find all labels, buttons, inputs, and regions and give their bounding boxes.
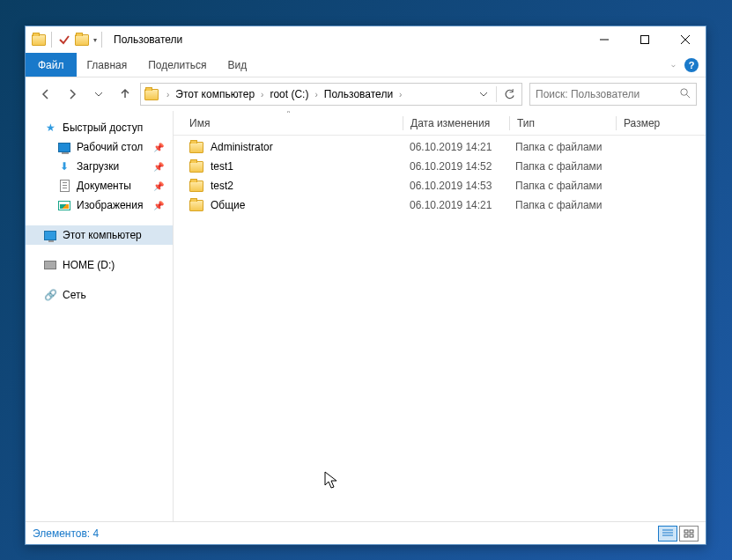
quick-access-toolbar: ▾ Пользователи	[26, 32, 182, 48]
app-folder-icon	[31, 32, 47, 48]
desktop-icon	[57, 140, 71, 154]
svg-point-4	[681, 89, 687, 95]
list-body: Administrator06.10.2019 14:21Папка с фай…	[174, 136, 706, 521]
svg-line-5	[686, 94, 690, 98]
file-name: Administrator	[211, 141, 273, 153]
explorer-window: ▾ Пользователи Файл Главная Поделиться В…	[25, 26, 706, 545]
downloads-icon: ⬇	[57, 159, 71, 173]
file-date: 06.10.2019 14:21	[403, 199, 508, 211]
back-button[interactable]	[34, 83, 57, 106]
title-bar: ▾ Пользователи	[26, 26, 706, 53]
sidebar-item-images[interactable]: Изображения 📌	[26, 195, 173, 215]
sidebar-item-this-pc[interactable]: Этот компьютер	[26, 225, 173, 245]
pc-icon	[43, 228, 57, 242]
navigation-pane: ★ Быстрый доступ Рабочий стол 📌 ⬇ Загруз…	[26, 111, 174, 521]
file-list: ˄ Имя Дата изменения Тип Размер Administ…	[174, 111, 706, 521]
chevron-right-icon[interactable]: ›	[396, 90, 404, 99]
star-icon: ★	[43, 121, 57, 135]
sidebar-item-network[interactable]: 🔗 Сеть	[26, 285, 173, 305]
tab-view[interactable]: Вид	[217, 53, 257, 77]
separator	[101, 32, 102, 48]
sidebar-item-drive[interactable]: HOME (D:)	[26, 255, 173, 275]
file-tab[interactable]: Файл	[26, 53, 77, 77]
file-row[interactable]: Administrator06.10.2019 14:21Папка с фай…	[174, 137, 706, 157]
file-type: Папка с файлами	[508, 141, 614, 153]
pictures-icon	[57, 198, 71, 212]
column-header-name[interactable]: Имя	[182, 111, 403, 135]
forward-button[interactable]	[61, 83, 84, 106]
file-row[interactable]: test106.10.2019 14:52Папка с файлами	[174, 157, 706, 176]
network-icon: 🔗	[43, 288, 57, 302]
pin-icon: 📌	[153, 162, 164, 172]
pin-icon: 📌	[153, 201, 164, 210]
up-button[interactable]	[114, 83, 137, 106]
help-icon[interactable]: ?	[684, 58, 699, 72]
maximize-button[interactable]	[625, 26, 665, 53]
new-folder-icon[interactable]	[74, 32, 90, 48]
column-header-size[interactable]: Размер	[617, 111, 706, 135]
svg-rect-10	[690, 530, 693, 533]
ribbon-expand-icon[interactable]: ⌵	[671, 61, 676, 69]
file-name: test1	[211, 160, 233, 173]
sort-indicator-icon: ˄	[286, 111, 291, 119]
file-date: 06.10.2019 14:53	[403, 180, 508, 192]
close-button[interactable]	[665, 26, 706, 53]
address-dropdown-icon[interactable]	[473, 84, 494, 105]
breadcrumb-segment[interactable]: Пользователи	[321, 84, 396, 105]
file-type: Папка с файлами	[508, 199, 614, 211]
chevron-right-icon[interactable]: ›	[258, 90, 266, 99]
list-header: ˄ Имя Дата изменения Тип Размер	[174, 111, 706, 136]
window-controls	[584, 26, 706, 53]
column-header-type[interactable]: Тип	[510, 111, 616, 135]
column-header-date[interactable]: Дата изменения	[403, 111, 509, 135]
refresh-button[interactable]	[499, 84, 520, 105]
sidebar-quick-access[interactable]: ★ Быстрый доступ	[26, 118, 173, 137]
separator	[496, 86, 497, 102]
documents-icon	[57, 179, 71, 193]
address-bar[interactable]: › Этот компьютер › root (C:) › Пользоват…	[140, 83, 522, 106]
minimize-button[interactable]	[584, 26, 625, 53]
file-type: Папка с файлами	[508, 180, 614, 192]
separator	[51, 32, 52, 48]
search-icon[interactable]	[679, 87, 691, 101]
folder-icon	[189, 161, 203, 173]
file-type: Папка с файлами	[508, 160, 614, 173]
status-bar: Элементов: 4	[26, 521, 706, 544]
search-input[interactable]	[536, 88, 679, 100]
svg-rect-1	[641, 36, 649, 44]
search-box[interactable]	[529, 83, 697, 106]
content-area: ★ Быстрый доступ Рабочий стол 📌 ⬇ Загруз…	[26, 111, 706, 521]
address-folder-icon	[144, 89, 159, 100]
pin-icon: 📌	[153, 143, 164, 152]
sidebar-item-documents[interactable]: Документы 📌	[26, 176, 173, 195]
file-date: 06.10.2019 14:21	[403, 141, 508, 153]
file-name: test2	[211, 180, 233, 192]
sidebar-item-desktop[interactable]: Рабочий стол 📌	[26, 137, 173, 157]
file-row[interactable]: test206.10.2019 14:53Папка с файлами	[174, 176, 706, 195]
breadcrumb-segment[interactable]: root (C:)	[266, 84, 312, 105]
window-title: Пользователи	[114, 33, 182, 46]
view-large-icons-button[interactable]	[679, 526, 699, 542]
nav-row: › Этот компьютер › root (C:) › Пользоват…	[26, 77, 706, 111]
file-name: Общие	[211, 199, 245, 211]
qat-dropdown-icon[interactable]: ▾	[93, 36, 97, 44]
view-details-button[interactable]	[658, 526, 677, 542]
tab-share[interactable]: Поделиться	[137, 53, 217, 77]
folder-icon	[189, 200, 203, 211]
breadcrumb-segment[interactable]: Этот компьютер	[172, 84, 258, 105]
sidebar-item-downloads[interactable]: ⬇ Загрузки 📌	[26, 157, 173, 176]
chevron-right-icon[interactable]: ›	[164, 90, 172, 99]
folder-icon	[189, 142, 203, 153]
svg-rect-12	[690, 534, 693, 537]
drive-icon	[43, 258, 57, 272]
chevron-right-icon[interactable]: ›	[312, 90, 320, 99]
history-dropdown-icon[interactable]	[87, 83, 110, 106]
svg-rect-11	[684, 534, 688, 537]
ribbon: Файл Главная Поделиться Вид ⌵ ?	[26, 53, 706, 77]
tab-home[interactable]: Главная	[77, 53, 138, 77]
file-date: 06.10.2019 14:52	[403, 160, 508, 173]
properties-icon[interactable]	[56, 32, 72, 48]
file-row[interactable]: Общие06.10.2019 14:21Папка с файлами	[174, 195, 706, 215]
status-text: Элементов: 4	[33, 527, 99, 540]
pin-icon: 📌	[153, 181, 164, 191]
